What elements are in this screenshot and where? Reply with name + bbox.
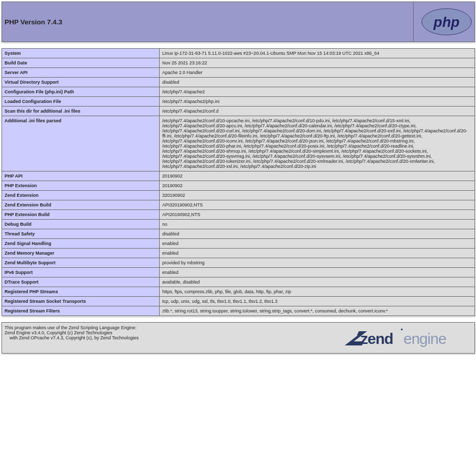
table-row: IPv6 Supportenabled [2,268,475,277]
info-value: API320190902,NTS [160,200,475,210]
zend-line-1: This program makes use of the Zend Scrip… [5,325,136,330]
info-key: Virtual Directory Support [2,78,160,87]
table-row: Registered Stream Socket Transportstcp, … [2,297,475,306]
table-row: Build DateNov 25 2021 23:16:22 [2,58,475,68]
info-value: API20190902,NTS [160,210,475,220]
table-row: Debug Buildno [2,220,475,229]
info-value: available, disabled [160,277,475,287]
info-key: IPv6 Support [2,268,160,277]
zend-credits-text: This program makes use of the Zend Scrip… [2,323,328,354]
table-row: Configuration File (php.ini) Path/etc/ph… [2,87,475,97]
php-logo-icon: php [421,8,472,36]
info-key: System [2,49,160,58]
header-table: PHP Version 7.4.3 php [2,2,475,42]
info-key: Registered Stream Socket Transports [2,297,160,306]
info-key: Server API [2,68,160,78]
svg-text:php: php [433,14,459,30]
info-value: no [160,220,475,229]
table-row: PHP Extension BuildAPI20190902,NTS [2,210,475,220]
info-key: Build Date [2,58,160,68]
zend-line-2: Zend Engine v3.4.0, Copyright (c) Zend T… [5,330,112,335]
zend-credits-box: This program makes use of the Zend Scrip… [2,322,475,354]
info-key: Zend Memory Manager [2,249,160,258]
table-row: PHP Extension20190902 [2,181,475,191]
svg-text:zend: zend [360,330,393,347]
info-value: tcp, udp, unix, udg, ssl, tls, tlsv1.0, … [160,297,475,306]
info-key: Debug Build [2,220,160,229]
info-value: disabled [160,78,475,87]
info-key: Registered PHP Streams [2,287,160,297]
info-key: Zend Signal Handling [2,239,160,249]
table-row: Scan this dir for additional .ini files/… [2,107,475,116]
info-key: Zend Extension Build [2,200,160,210]
info-value: enabled [160,249,475,258]
table-row: Additional .ini files parsed/etc/php/7.4… [2,116,475,171]
table-row: Registered Stream Filterszlib.*, string.… [2,306,475,316]
info-value: provided by mbstring [160,258,475,268]
zend-line-3: with Zend OPcache v7.4.3, Copyright (c),… [5,335,138,340]
info-value: Linux ip-172-31-93-71 5.11.0-1022-aws #2… [160,49,475,58]
info-key: Scan this dir for additional .ini files [2,107,160,116]
info-value: disabled [160,229,475,239]
info-value: Apache 2.0 Handler [160,68,475,78]
info-key: Thread Safety [2,229,160,239]
info-key: PHP Extension [2,181,160,191]
info-value: /etc/php/7.4/apache2/conf.d/10-opcache.i… [160,116,475,171]
table-row: Registered PHP Streamshttps, ftps, compr… [2,287,475,297]
svg-rect-5 [401,329,402,330]
php-logo-cell: php [414,2,475,42]
table-row: Thread Safetydisabled [2,229,475,239]
info-value: /etc/php/7.4/apache2/php.ini [160,97,475,107]
table-row: Zend Multibyte Supportprovided by mbstri… [2,258,475,268]
table-row: Zend Extension BuildAPI320190902,NTS [2,200,475,210]
info-value: enabled [160,239,475,249]
info-key: Loaded Configuration File [2,97,160,107]
info-value: 320190902 [160,191,475,200]
info-value: Nov 25 2021 23:16:22 [160,58,475,68]
page-title-cell: PHP Version 7.4.3 [2,2,414,42]
zend-logo-cell: zend engine [327,323,475,354]
table-row: PHP API20190902 [2,171,475,181]
table-row: Virtual Directory Supportdisabled [2,78,475,87]
table-row: Loaded Configuration File/etc/php/7.4/ap… [2,97,475,107]
info-key: PHP API [2,171,160,181]
info-key: Additional .ini files parsed [2,116,160,171]
table-row: Zend Extension320190902 [2,191,475,200]
info-key: PHP Extension Build [2,210,160,220]
info-table: SystemLinux ip-172-31-93-71 5.11.0-1022-… [2,48,475,316]
info-value: /etc/php/7.4/apache2 [160,87,475,97]
table-row: Zend Memory Managerenabled [2,249,475,258]
table-row: SystemLinux ip-172-31-93-71 5.11.0-1022-… [2,49,475,58]
info-value: enabled [160,268,475,277]
info-value: /etc/php/7.4/apache2/conf.d [160,107,475,116]
svg-text:engine: engine [404,330,446,347]
info-key: Zend Multibyte Support [2,258,160,268]
table-row: Server APIApache 2.0 Handler [2,68,475,78]
zend-engine-logo-icon: zend engine [340,346,472,351]
info-key: Registered Stream Filters [2,306,160,316]
info-value: 20190902 [160,181,475,191]
table-row: DTrace Supportavailable, disabled [2,277,475,287]
info-value: https, ftps, compress.zlib, php, file, g… [160,287,475,297]
info-value: zlib.*, string.rot13, string.toupper, st… [160,306,475,316]
info-key: Configuration File (php.ini) Path [2,87,160,97]
page-title: PHP Version 7.4.3 [5,18,411,26]
info-key: DTrace Support [2,277,160,287]
table-row: Zend Signal Handlingenabled [2,239,475,249]
info-value: 20190902 [160,171,475,181]
info-key: Zend Extension [2,191,160,200]
